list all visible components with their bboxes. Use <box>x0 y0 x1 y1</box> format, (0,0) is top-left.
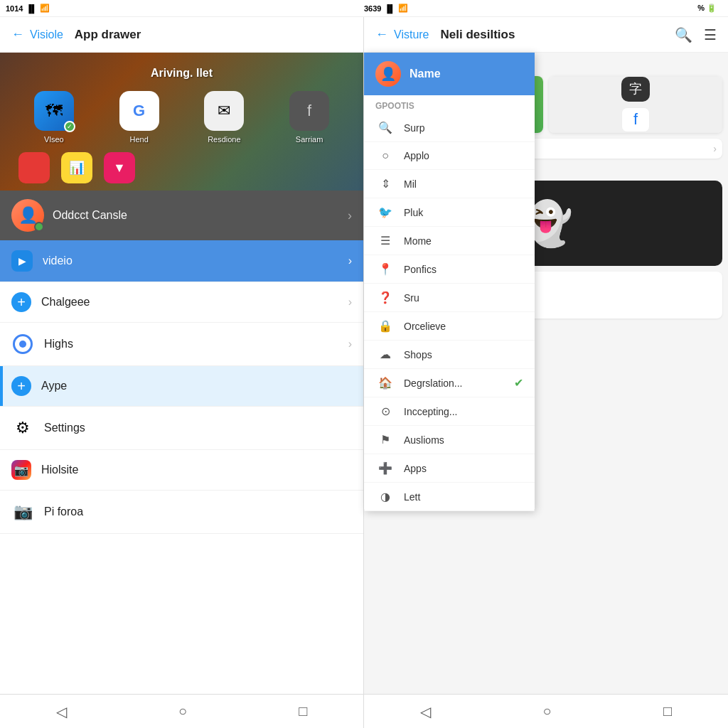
left-panel: ← Visiole App drawer Ariving. Ilet 🗺 ✓ V… <box>0 17 364 728</box>
dropdown-item-orcelieve[interactable]: 🔒 Orcelieve <box>364 312 535 341</box>
left-time: 1014 <box>6 4 23 13</box>
videio-icon: ▶ <box>11 250 33 272</box>
chalgeee-label: Chalgeee <box>41 296 348 309</box>
list-item-settings[interactable]: ⚙ Settings <box>0 407 363 450</box>
shops-label: Shops <box>404 349 523 360</box>
app-icon-sarriam[interactable]: f Sarriam <box>289 91 329 144</box>
hiolsite-label: Hiolsite <box>41 464 352 476</box>
degrslation-check-icon: ✔ <box>514 376 523 390</box>
pluk-label: Pluk <box>404 207 523 218</box>
dropdown-item-apps[interactable]: ➕ Apps <box>364 454 535 483</box>
list-item-piforoa[interactable]: 📷 Pi foroa <box>0 491 363 534</box>
dropdown-avatar: 👤 <box>375 61 401 87</box>
online-chevron-icon: › <box>713 143 717 154</box>
app-icons-row2: 📊 ▼ <box>11 152 352 183</box>
shops-cloud-icon: ☁ <box>375 348 395 361</box>
left-nav-back-icon[interactable]: ◁ <box>42 697 81 726</box>
piforoa-camera-icon: 📷 <box>11 500 34 523</box>
lett-icon: ◑ <box>375 490 395 503</box>
left-wifi-icon: 📶 <box>40 4 50 13</box>
sru-label: Sru <box>404 292 523 304</box>
dropdown-item-lett[interactable]: ◑ Lett <box>364 483 535 511</box>
dropdown-item-shops[interactable]: ☁ Shops <box>364 341 535 369</box>
dropdown-section-label: GPOOTIS <box>364 95 535 114</box>
highs-chrome-icon <box>11 333 34 355</box>
surp-search-icon: 🔍 <box>375 121 395 134</box>
app-icons-row: 🗺 ✓ Vlseo G Hend ✉ Resdione <box>11 91 352 144</box>
ponfics-location-icon: 📍 <box>375 262 395 276</box>
highs-chevron-icon: › <box>348 338 352 350</box>
right-nav-back-icon[interactable]: ◁ <box>406 697 445 726</box>
user-avatar: 👤 <box>11 199 44 232</box>
app-grid-section: Ariving. Ilet 🗺 ✓ Vlseo G Hend <box>0 53 363 191</box>
list-item-videio[interactable]: ▶ videio › <box>0 240 363 282</box>
sarriam-label: Sarriam <box>296 135 323 144</box>
vlseo-icon: 🗺 ✓ <box>34 91 74 131</box>
hend-label: Hend <box>129 135 148 144</box>
list-item-highs[interactable]: Highs › <box>0 323 363 366</box>
card2-fb-icon: f <box>621 107 650 132</box>
user-name: Oddcct Cansle <box>53 209 348 222</box>
dropdown-item-applo[interactable]: ○ Applo <box>364 142 535 170</box>
resdione-icon: ✉ <box>204 91 244 131</box>
right-page-title: Neli desiltios <box>441 28 675 42</box>
user-row[interactable]: 👤 Oddcct Cansle › <box>0 191 363 240</box>
dropdown-item-degrslation[interactable]: 🏠 Degrslation... ✔ <box>364 369 535 397</box>
chalgeee-chevron-icon: › <box>348 296 352 309</box>
piforoa-label: Pi foroa <box>44 505 352 518</box>
dropdown-item-surp[interactable]: 🔍 Surp <box>364 114 535 142</box>
right-back-label[interactable]: Visture <box>394 28 429 41</box>
sarriam-icon: f <box>289 91 329 131</box>
app-icon-hend[interactable]: G Hend <box>119 91 159 144</box>
right-nav-home-icon[interactable]: ○ <box>528 697 565 725</box>
search-icon[interactable]: 🔍 <box>675 26 692 43</box>
dropdown-item-auslioms[interactable]: ⚑ Auslioms <box>364 426 535 454</box>
app-icon-resdione[interactable]: ✉ Resdione <box>204 91 244 144</box>
hiolsite-instagram-icon: 📷 <box>11 460 31 480</box>
aype-label: Aype <box>41 380 352 392</box>
left-signal-icon: ▐▌ <box>26 4 37 13</box>
filter-icon[interactable]: ☰ <box>704 26 717 43</box>
right-back-button[interactable]: ← <box>375 27 388 42</box>
right-nav-recents-icon[interactable]: □ <box>649 697 686 725</box>
left-nav-recents-icon[interactable]: □ <box>284 697 321 725</box>
apps-label: Apps <box>404 463 523 474</box>
dropdown-item-pluk[interactable]: 🐦 Pluk <box>364 198 535 227</box>
dropdown-item-sru[interactable]: ❓ Sru <box>364 284 535 312</box>
dropdown-item-inccepting[interactable]: ⊙ Inccepting... <box>364 397 535 426</box>
auslioms-label: Auslioms <box>404 434 523 446</box>
orcelieve-lock-icon: 🔒 <box>375 319 395 333</box>
videio-label: videio <box>43 255 348 267</box>
dropdown-user-item[interactable]: 👤 Name <box>364 53 535 95</box>
app-icon-vlseo[interactable]: 🗺 ✓ Vlseo <box>34 91 74 144</box>
dropdown-item-ponfics[interactable]: 📍 Ponfics <box>364 255 535 284</box>
content-card-2[interactable]: 字 f <box>549 76 722 133</box>
dropdown-item-mil[interactable]: ⇕ Mil <box>364 170 535 198</box>
right-signal-icon: ▐▌ <box>384 4 395 13</box>
list-item-aype[interactable]: + Aype <box>0 366 363 407</box>
applo-label: Applo <box>404 150 523 161</box>
hend-icon: G <box>119 91 159 131</box>
left-nav-home-icon[interactable]: ○ <box>164 697 201 725</box>
mil-icon: ⇕ <box>375 177 395 191</box>
dropdown-item-mome[interactable]: ☰ Mome <box>364 227 535 255</box>
right-header-icons: 🔍 ☰ <box>675 26 717 43</box>
mome-label: Mome <box>404 235 523 247</box>
resdione-label: Resdione <box>208 135 240 144</box>
left-back-button[interactable]: ← <box>11 27 24 42</box>
left-list: ▶ videio › + Chalgeee › Highs › + Ay <box>0 240 363 694</box>
dropdown-menu: 👤 Name GPOOTIS 🔍 Surp ○ Applo ⇕ Mil 🐦 Pl… <box>364 53 535 511</box>
degrslation-home-icon: 🏠 <box>375 376 395 390</box>
right-battery-area: % 🔋 <box>697 4 717 13</box>
vlseo-badge: ✓ <box>64 121 75 132</box>
sru-help-icon: ❓ <box>375 291 395 304</box>
list-item-hiolsite[interactable]: 📷 Hiolsite <box>0 450 363 491</box>
right-status-left: 3639 ▐▌ 📶 <box>364 4 408 13</box>
orcelieve-label: Orcelieve <box>404 321 523 332</box>
vlseo-label: Vlseo <box>44 135 64 144</box>
row2-icon2[interactable]: 📊 <box>61 152 92 183</box>
row2-icon3[interactable]: ▼ <box>104 152 135 183</box>
left-back-label[interactable]: Visiole <box>30 28 63 41</box>
row2-icon1[interactable] <box>18 152 50 183</box>
list-item-chalgeee[interactable]: + Chalgeee › <box>0 282 363 323</box>
